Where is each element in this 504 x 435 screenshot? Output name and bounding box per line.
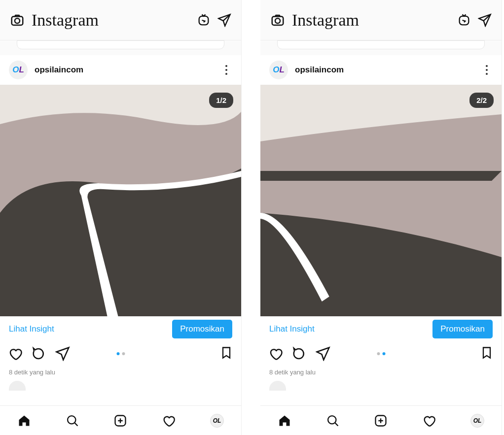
send-icon[interactable]	[478, 13, 492, 27]
home-icon[interactable]	[278, 414, 291, 428]
action-row	[260, 342, 502, 366]
insight-row: Lihat Insight Promosikan	[260, 316, 502, 342]
insight-link[interactable]: Lihat Insight	[269, 324, 315, 334]
app-logo: Instagram	[32, 11, 190, 30]
phone-screen-1: Instagram OL opsilaincom 1/2 Lihat Insig…	[0, 0, 242, 435]
bookmark-icon[interactable]	[480, 346, 494, 360]
add-post-icon[interactable]	[113, 414, 127, 428]
bottom-nav: OL	[260, 405, 502, 435]
top-bar: Instagram	[0, 0, 241, 40]
bottom-nav: OL	[0, 405, 241, 435]
search-box[interactable]	[277, 40, 485, 49]
next-post-peek	[0, 381, 241, 391]
post-media[interactable]: 1/2	[0, 85, 241, 316]
action-row	[0, 342, 241, 366]
igtv-icon[interactable]	[457, 13, 471, 27]
carousel-dots	[116, 352, 125, 355]
dot-2	[122, 352, 125, 355]
insight-link[interactable]: Lihat Insight	[9, 324, 54, 334]
username[interactable]: opsilaincom	[295, 65, 474, 75]
camera-icon[interactable]	[270, 13, 285, 28]
search-residual	[260, 40, 502, 55]
send-icon[interactable]	[217, 13, 231, 27]
dot-1	[116, 352, 119, 355]
search-nav-icon[interactable]	[66, 414, 79, 428]
add-post-icon[interactable]	[374, 414, 388, 428]
activity-icon[interactable]	[162, 414, 176, 428]
insight-row: Lihat Insight Promosikan	[0, 316, 241, 342]
camera-icon[interactable]	[10, 13, 25, 28]
search-nav-icon[interactable]	[326, 414, 340, 428]
igtv-icon[interactable]	[197, 13, 211, 27]
timestamp: 8 detik yang lalu	[0, 366, 241, 381]
dot-1	[377, 352, 380, 355]
svg-point-4	[68, 416, 75, 424]
activity-icon[interactable]	[422, 414, 436, 428]
like-icon[interactable]	[268, 346, 283, 361]
bookmark-icon[interactable]	[219, 346, 233, 360]
post-header: OL opsilaincom	[0, 55, 241, 85]
post-header: OL opsilaincom	[260, 55, 502, 85]
timestamp: 8 detik yang lalu	[260, 366, 502, 381]
home-icon[interactable]	[17, 414, 31, 428]
username[interactable]: opsilaincom	[35, 65, 214, 75]
like-icon[interactable]	[8, 346, 23, 361]
app-logo: Instagram	[292, 11, 450, 30]
phone-screen-2: Instagram OL opsilaincom 2/2 Lihat Insig…	[260, 0, 502, 435]
more-options-icon[interactable]	[220, 65, 232, 75]
top-bar: Instagram	[260, 0, 502, 40]
search-box[interactable]	[17, 40, 224, 49]
promote-button[interactable]: Promosikan	[432, 320, 493, 338]
profile-nav-icon[interactable]: OL	[470, 414, 484, 428]
svg-point-10	[328, 416, 336, 424]
search-residual	[0, 40, 241, 55]
carousel-dots	[377, 352, 385, 355]
dot-2	[382, 352, 385, 355]
avatar[interactable]: OL	[9, 61, 28, 79]
avatar[interactable]: OL	[269, 61, 288, 79]
post-media[interactable]: 2/2	[260, 85, 502, 316]
profile-nav-icon[interactable]: OL	[210, 414, 224, 428]
carousel-counter: 2/2	[469, 93, 494, 108]
svg-point-7	[275, 18, 280, 23]
share-icon[interactable]	[55, 346, 70, 361]
svg-point-1	[15, 18, 20, 23]
comment-icon[interactable]	[32, 346, 46, 361]
more-options-icon[interactable]	[481, 65, 493, 75]
promote-button[interactable]: Promosikan	[172, 320, 232, 338]
carousel-counter: 1/2	[209, 93, 233, 108]
next-post-peek	[260, 381, 502, 391]
comment-icon[interactable]	[292, 346, 307, 361]
share-icon[interactable]	[316, 346, 330, 361]
